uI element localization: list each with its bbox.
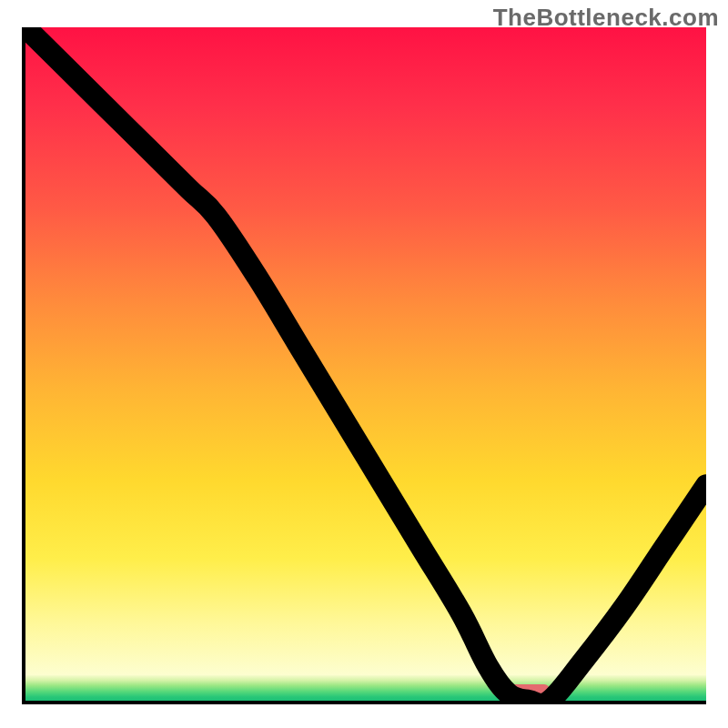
bottleneck-curve [25,27,706,701]
curve-path [25,27,706,701]
chart-frame: TheBottleneck.com [0,0,728,728]
plot-inner [25,27,706,701]
plot-area [22,27,706,704]
